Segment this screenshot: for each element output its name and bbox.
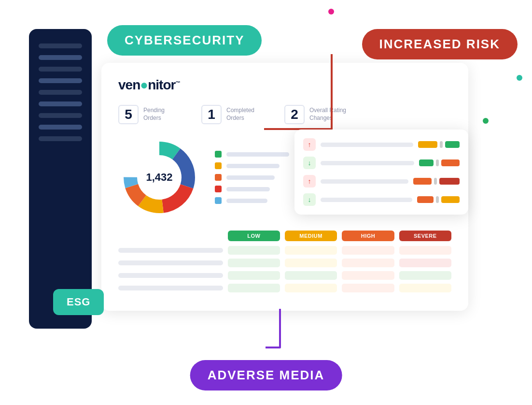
table-name-bar bbox=[118, 260, 223, 265]
stat-item-completed: 1 Completed Orders bbox=[201, 105, 265, 124]
table-cell-severe bbox=[399, 271, 451, 280]
table-name-bar bbox=[118, 248, 223, 253]
stat-number-completed: 1 bbox=[201, 105, 222, 124]
risk-name-bar bbox=[321, 198, 412, 202]
table-row bbox=[118, 259, 451, 267]
decorative-dot-teal bbox=[517, 75, 522, 81]
risk-name-bar bbox=[321, 161, 414, 165]
legend-dot-darkorange bbox=[215, 174, 222, 181]
decorative-dot-green bbox=[483, 118, 489, 124]
table-cell-high bbox=[342, 284, 394, 292]
stat-number-pending: 5 bbox=[118, 105, 139, 124]
table-cell-low bbox=[228, 271, 280, 280]
table-cell-medium bbox=[285, 271, 337, 280]
risk-badge-sep bbox=[436, 159, 439, 166]
risk-badge bbox=[417, 196, 434, 203]
risk-row: ↓ bbox=[303, 193, 460, 206]
sidebar-line bbox=[39, 136, 82, 141]
logo-tm: ™ bbox=[175, 80, 180, 86]
decorative-dot-pink bbox=[328, 9, 334, 14]
table-cell-high bbox=[342, 246, 394, 255]
risk-name-bar bbox=[321, 143, 413, 147]
risk-badge bbox=[418, 141, 437, 148]
cybersecurity-badge: CYBERSECURITY bbox=[107, 25, 262, 56]
severity-severe-btn[interactable]: SEVERE bbox=[399, 231, 451, 241]
table-cell-low bbox=[228, 259, 280, 267]
table-cell-severe bbox=[399, 259, 451, 267]
risk-badge-sep bbox=[434, 178, 437, 185]
risk-panel: ↑ ↓ ↑ ↓ bbox=[294, 130, 468, 215]
stat-item-pending: 5 Pending Orders bbox=[118, 105, 182, 124]
risk-badge bbox=[419, 159, 434, 166]
table-cell-medium bbox=[285, 246, 337, 255]
table-cell-medium bbox=[285, 284, 337, 292]
legend-bar bbox=[226, 164, 280, 168]
severity-high-btn[interactable]: HIGH bbox=[342, 231, 394, 241]
risk-badge bbox=[441, 196, 460, 203]
table-cell-high bbox=[342, 271, 394, 280]
risk-row: ↑ bbox=[303, 138, 460, 151]
legend-dot-red bbox=[215, 186, 222, 192]
severity-medium-btn[interactable]: MEDIUM bbox=[285, 231, 337, 241]
table-cell-severe bbox=[399, 246, 451, 255]
table-cell-severe bbox=[399, 284, 451, 292]
arrow-up-icon: ↑ bbox=[303, 138, 316, 151]
sidebar bbox=[29, 29, 92, 329]
table-row bbox=[118, 271, 451, 280]
table-cell-high bbox=[342, 259, 394, 267]
table-cell-medium bbox=[285, 259, 337, 267]
risk-row: ↓ bbox=[303, 157, 460, 169]
risk-name-bar bbox=[321, 179, 408, 184]
logo-text: ven●nitor™ bbox=[118, 77, 180, 93]
sidebar-line bbox=[39, 125, 82, 130]
risk-badges bbox=[413, 178, 460, 185]
esg-badge: ESG bbox=[53, 289, 104, 315]
severity-low-btn[interactable]: LOW bbox=[228, 231, 280, 241]
sidebar-line bbox=[39, 43, 82, 48]
table-row bbox=[118, 284, 451, 292]
legend-dot-orange bbox=[215, 162, 222, 169]
arrow-up-icon: ↑ bbox=[303, 175, 316, 188]
table-header-row: LOW MEDIUM HIGH SEVERE bbox=[118, 231, 451, 241]
arrow-down-icon: ↓ bbox=[303, 157, 316, 169]
table-cell-low bbox=[228, 246, 280, 255]
risk-badges bbox=[417, 196, 460, 203]
risk-row: ↑ bbox=[303, 175, 460, 188]
table-name-bar bbox=[118, 286, 223, 290]
risk-badge bbox=[445, 141, 460, 148]
legend-dot-blue bbox=[215, 197, 222, 204]
legend-bar bbox=[226, 199, 267, 203]
risk-badges bbox=[419, 159, 460, 166]
risk-badge bbox=[413, 178, 432, 185]
stat-label-pending: Pending Orders bbox=[143, 107, 182, 122]
sidebar-line bbox=[39, 101, 82, 106]
increased-risk-badge: INCREASED RISK bbox=[362, 29, 518, 59]
sidebar-line bbox=[39, 78, 82, 83]
table-cell-low bbox=[228, 284, 280, 292]
sidebar-line bbox=[39, 90, 82, 95]
adverse-media-badge: ADVERSE MEDIA bbox=[190, 360, 342, 391]
risk-badges bbox=[418, 141, 460, 148]
risk-badge-sep bbox=[440, 141, 443, 148]
arrow-down-icon: ↓ bbox=[303, 193, 316, 206]
sidebar-line bbox=[39, 113, 82, 118]
table-name-bar bbox=[118, 273, 223, 278]
legend-bar bbox=[226, 187, 270, 191]
table-row bbox=[118, 246, 451, 255]
legend-dot-green bbox=[215, 151, 222, 158]
risk-badge-sep bbox=[436, 196, 439, 203]
sidebar-line bbox=[39, 67, 82, 72]
donut-center-label: 1,432 bbox=[146, 171, 172, 184]
risk-badge bbox=[441, 159, 460, 166]
legend-bar bbox=[226, 175, 275, 180]
bottom-table: LOW MEDIUM HIGH SEVERE bbox=[118, 231, 451, 292]
stat-label-completed: Completed Orders bbox=[226, 107, 265, 122]
sidebar-line bbox=[39, 55, 82, 60]
risk-badge bbox=[439, 178, 460, 185]
donut-chart: 1,432 bbox=[118, 136, 200, 218]
